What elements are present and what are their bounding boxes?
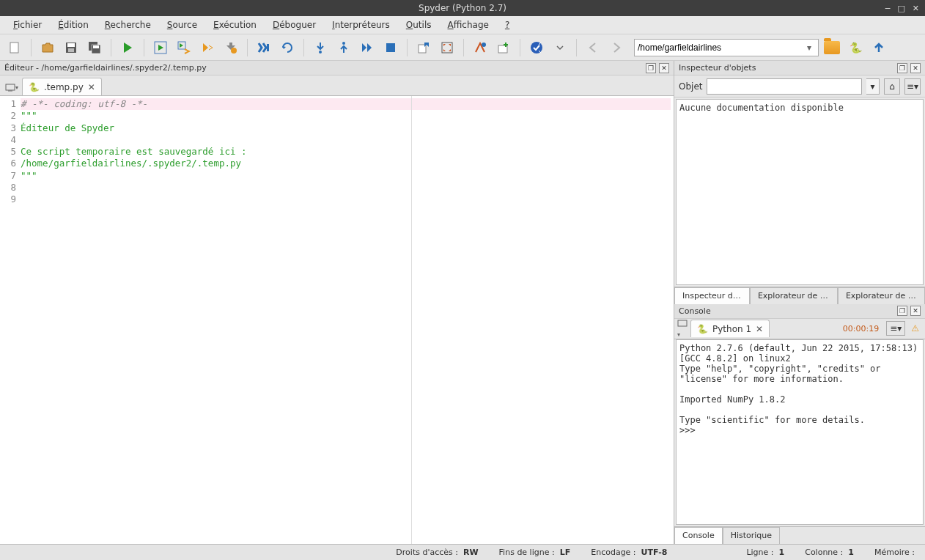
python-file-icon: 🐍: [29, 82, 40, 92]
svg-point-9: [231, 48, 237, 54]
svg-rect-2: [67, 43, 75, 47]
inspector-tab[interactable]: Explorateur de fich...: [838, 287, 925, 304]
console-tab-label: Python 1: [712, 324, 751, 334]
run-config-icon[interactable]: [221, 37, 241, 58]
code-content[interactable]: # -*- coding: utf-8 -*-"""Éditeur de Spy…: [19, 96, 674, 544]
menu-recherche[interactable]: Recherche: [97, 18, 158, 32]
inspector-pane-title: Inspecteur d'objets: [679, 63, 756, 73]
svg-point-12: [342, 42, 345, 45]
undock-icon[interactable]: ❐: [646, 63, 656, 73]
new-file-icon[interactable]: [4, 37, 25, 58]
console-pane-header: Console ❐ ✕: [674, 304, 925, 319]
debug-stop-icon[interactable]: [380, 37, 401, 58]
options-icon[interactable]: ≡▾: [886, 321, 905, 336]
dropdown-icon[interactable]: [550, 37, 570, 58]
debug-into-icon[interactable]: [310, 37, 331, 58]
maximize-icon[interactable]: □: [897, 4, 904, 13]
options-icon[interactable]: ≡▾: [904, 78, 921, 95]
chevron-down-icon[interactable]: ▾: [803, 43, 815, 53]
tab-list-icon[interactable]: ▾: [3, 79, 21, 95]
open-file-icon[interactable]: [37, 37, 58, 58]
undock-icon[interactable]: ❐: [897, 63, 907, 73]
debug-out-icon[interactable]: [333, 37, 354, 58]
console-tabrow: ▾ 🐍 Python 1 ✕ 00:00:19 ≡▾ ⚠: [674, 319, 925, 339]
console-bottom-tabs: ConsoleHistorique: [674, 526, 925, 544]
parent-dir-icon[interactable]: [869, 37, 889, 58]
editor-tab-temp[interactable]: 🐍 .temp.py ✕: [22, 78, 102, 95]
menu-interpréteurs[interactable]: Interpréteurs: [325, 18, 397, 32]
inspector-tabs: Inspecteur d'ob...Explorateur de varia..…: [674, 287, 925, 304]
statusbar: Droits d'accès : RW Fins de ligne : LF E…: [0, 544, 925, 560]
nav-forward-icon[interactable]: [606, 37, 627, 58]
tab-close-icon[interactable]: ✕: [88, 82, 95, 92]
menu-outils[interactable]: Outils: [399, 18, 439, 32]
menu-édition[interactable]: Édition: [51, 18, 96, 32]
svg-rect-13: [386, 43, 395, 52]
console-output[interactable]: Python 2.7.6 (default, Jun 22 2015, 17:5…: [676, 339, 924, 526]
menu-affichage[interactable]: Affichage: [441, 18, 496, 32]
svg-rect-10: [267, 44, 269, 51]
python-icon: 🐍: [697, 324, 708, 334]
debug-continue-icon[interactable]: [357, 37, 377, 58]
debug-step-icon[interactable]: [277, 37, 298, 58]
console-bottom-tab[interactable]: Console: [674, 527, 723, 544]
browse-dir-icon[interactable]: [822, 37, 842, 58]
minimize-icon[interactable]: ─: [885, 4, 891, 13]
chevron-down-icon[interactable]: ▾: [866, 78, 880, 95]
editor-tab-label: .temp.py: [44, 82, 84, 92]
menu-exécution[interactable]: Exécution: [206, 18, 264, 32]
svg-rect-6: [93, 45, 99, 48]
maximize-pane-icon[interactable]: [437, 37, 457, 58]
working-dir-input[interactable]: [638, 43, 803, 53]
main-toolbar: ▾ 🐍: [0, 34, 925, 61]
inspector-pane-header: Inspecteur d'objets ❐ ✕: [674, 61, 925, 75]
debug-icon[interactable]: [254, 37, 274, 58]
console-bottom-tab[interactable]: Historique: [723, 527, 780, 544]
editor-pane-header: Éditeur - /home/garfieldairlines/.spyder…: [0, 61, 674, 75]
editor-pane-title: Éditeur - /home/garfieldairlines/.spyder…: [4, 63, 207, 73]
svg-rect-20: [678, 320, 687, 326]
run-cell-icon[interactable]: [150, 37, 171, 58]
working-dir-combo[interactable]: ▾: [634, 39, 819, 56]
close-pane-icon[interactable]: ✕: [910, 63, 921, 73]
save-icon[interactable]: [61, 37, 81, 58]
run-selection-icon[interactable]: [197, 37, 218, 58]
add-path-icon[interactable]: [493, 37, 514, 58]
svg-rect-0: [10, 43, 18, 53]
editor-tabrow: ▾ 🐍 .temp.py ✕: [0, 75, 674, 96]
object-label: Objet: [679, 81, 702, 92]
window-title: Spyder (Python 2.7): [419, 3, 506, 13]
inspector-tab[interactable]: Inspecteur d'ob...: [674, 287, 750, 304]
menu-fichier[interactable]: Fichier: [6, 18, 49, 32]
menubar: FichierÉditionRechercheSourceExécutionDé…: [0, 16, 925, 34]
run-icon[interactable]: [117, 37, 138, 58]
undock-icon[interactable]: ❐: [897, 306, 907, 316]
preferences-icon[interactable]: [526, 37, 547, 58]
inspector-doc: Aucune documentation disponible: [676, 99, 924, 285]
python-icon[interactable]: 🐍: [845, 37, 866, 58]
menu-déboguer[interactable]: Déboguer: [265, 18, 323, 32]
inspector-tab[interactable]: Explorateur de varia...: [750, 287, 838, 304]
warning-icon[interactable]: ⚠: [911, 323, 919, 334]
tab-list-icon[interactable]: ▾: [677, 318, 688, 339]
tab-close-icon[interactable]: ✕: [756, 324, 763, 334]
column-ruler: [411, 96, 412, 544]
console-tab-python1[interactable]: 🐍 Python 1 ✕: [690, 320, 770, 337]
console-pane-title: Console: [679, 306, 711, 316]
code-editor[interactable]: 123456789 # -*- coding: utf-8 -*-"""Édit…: [0, 96, 674, 544]
run-cell-advance-icon[interactable]: [174, 37, 194, 58]
line-numbers: 123456789: [0, 96, 19, 544]
save-all-icon[interactable]: [84, 37, 105, 58]
home-icon[interactable]: ⌂: [884, 78, 900, 95]
window-titlebar: Spyder (Python 2.7) ─ □ ✕: [0, 0, 925, 16]
python-path-icon[interactable]: [470, 37, 490, 58]
object-input[interactable]: [707, 78, 862, 95]
menu-source[interactable]: Source: [160, 18, 204, 32]
close-pane-icon[interactable]: ✕: [659, 63, 669, 73]
import-icon[interactable]: [413, 37, 434, 58]
close-icon[interactable]: ✕: [913, 4, 919, 13]
inspector-object-row: Objet ▾ ⌂ ≡▾: [674, 75, 925, 97]
nav-back-icon[interactable]: [583, 37, 603, 58]
menu-?[interactable]: ?: [498, 18, 517, 32]
close-pane-icon[interactable]: ✕: [910, 306, 921, 316]
